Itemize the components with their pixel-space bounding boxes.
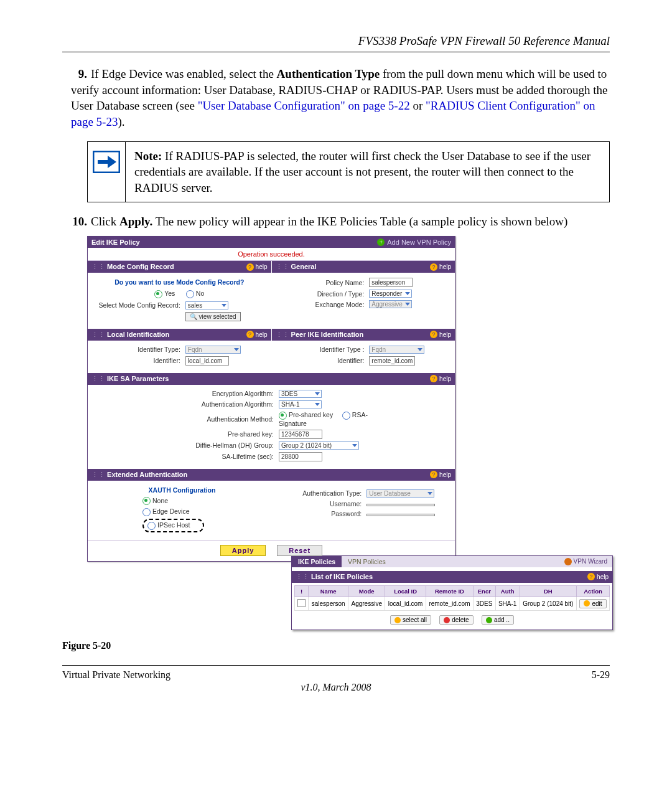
row-checkbox[interactable] xyxy=(297,599,306,607)
step-10-number: 10. xyxy=(71,214,87,230)
policy-name-label: Policy Name: xyxy=(277,276,367,288)
peer-id-type-label: Identifier Type : xyxy=(277,344,367,355)
link-user-db[interactable]: "User Database Configuration" on page 5-… xyxy=(198,99,410,112)
sa-lifetime-input[interactable]: 28800 xyxy=(279,452,322,461)
cell-mode: Aggressive xyxy=(348,597,385,610)
auth-type-select: User Database xyxy=(366,489,434,498)
local-id-header: ⋮⋮ Local Identification ?help xyxy=(88,329,271,341)
peer-identifier-input[interactable]: remote_id.com xyxy=(369,356,415,366)
col-auth: Auth xyxy=(495,585,520,597)
step-9-bold: Authentication Type xyxy=(277,67,380,80)
policy-name-input[interactable]: salesperson xyxy=(369,278,413,287)
col-local-id: Local ID xyxy=(385,585,426,597)
help-link[interactable]: ?help xyxy=(430,471,451,478)
note-label: Note: xyxy=(134,149,162,163)
col-encr: Encr xyxy=(474,585,496,597)
router-edit-ike-panel: Edit IKE Policy +Add New VPN Policy Oper… xyxy=(87,236,455,562)
local-identifier-label: Identifier: xyxy=(93,355,183,367)
add-new-vpn-link[interactable]: +Add New VPN Policy xyxy=(377,238,451,246)
peer-id-header: ⋮⋮ Peer IKE Identification ?help xyxy=(272,329,455,341)
radio-no[interactable]: No xyxy=(186,290,204,297)
add-button[interactable]: add .. xyxy=(482,615,514,625)
cell-remote: remote_id.com xyxy=(426,597,473,610)
reset-button[interactable]: Reset xyxy=(277,545,322,556)
header-rule xyxy=(62,52,610,52)
list-of-policies-header: ⋮⋮ List of IKE Policies ?help xyxy=(292,571,612,583)
select-mode-config-label: Select Mode Config Record: xyxy=(93,300,183,311)
policy-tabs: IKE Policies VPN Policies VPN Wizard xyxy=(292,556,612,567)
peer-identifier-label: Identifier: xyxy=(277,355,367,367)
exchange-mode-select: Aggressive xyxy=(369,300,412,308)
apply-button[interactable]: Apply xyxy=(220,545,266,556)
tab-vpn-policies[interactable]: VPN Policies xyxy=(342,556,392,567)
dh-select[interactable]: Group 2 (1024 bit) xyxy=(279,441,359,450)
footer-rule xyxy=(62,665,610,666)
cell-local: local_id.com xyxy=(385,597,426,610)
footer-page: 5-29 xyxy=(592,669,610,681)
col-dh: DH xyxy=(520,585,576,597)
local-identifier-input[interactable]: local_id.com xyxy=(185,356,229,366)
step-9: 9.If Edge Device was enabled, select the… xyxy=(71,66,610,130)
edit-button[interactable]: edit xyxy=(579,599,606,608)
auth-type-label: Authentication Type: xyxy=(271,488,364,499)
ike-policies-panel: IKE Policies VPN Policies VPN Wizard ⋮⋮ … xyxy=(291,555,613,630)
psk-input[interactable]: 12345678 xyxy=(279,430,322,439)
dashed-callout: IPSec Host xyxy=(142,519,204,532)
ike-sa-header: ⋮⋮ IKE SA Parameters ?help xyxy=(88,373,455,385)
radio-yes[interactable]: Yes xyxy=(154,290,175,297)
step-10-text-c: The new policy will appear in the IKE Po… xyxy=(152,215,567,228)
col-name: Name xyxy=(309,585,348,597)
mode-config-select[interactable]: sales xyxy=(185,301,228,309)
step-10: 10.Click Apply. The new policy will appe… xyxy=(71,214,610,230)
manual-header: FVS338 ProSafe VPN Firewall 50 Reference… xyxy=(62,34,610,48)
cell-name: salesperson xyxy=(309,597,348,610)
radio-none[interactable]: None xyxy=(142,497,168,504)
help-link[interactable]: ?help xyxy=(246,331,268,338)
step-9-text-a: If Edge Device was enabled, select the xyxy=(91,67,277,80)
cell-encr: 3DES xyxy=(474,597,496,610)
footer-version: v1.0, March 2008 xyxy=(62,682,610,693)
help-link[interactable]: ?help xyxy=(430,375,451,382)
direction-label: Direction / Type: xyxy=(277,288,367,299)
radio-ipsec[interactable]: IPSec Host xyxy=(147,521,190,529)
col-remote-id: Remote ID xyxy=(426,585,473,597)
auth-method-label: Authentication Method: xyxy=(146,410,276,428)
note-text: Note: If RADIUS-PAP is selected, the rou… xyxy=(125,142,609,202)
psk-label: Pre-shared key: xyxy=(146,428,276,440)
cell-auth: SHA-1 xyxy=(495,597,520,610)
col-checkbox: ! xyxy=(295,585,309,597)
auth-algo-label: Authentication Algorithm: xyxy=(146,399,276,410)
col-mode: Mode xyxy=(348,585,385,597)
help-link[interactable]: ?help xyxy=(587,573,609,580)
encryption-select[interactable]: 3DES xyxy=(279,390,322,398)
mode-config-header: ⋮⋮ Mode Config Record ?help xyxy=(88,261,271,273)
peer-id-type-select: Fqdn xyxy=(369,346,424,354)
local-id-type-label: Identifier Type: xyxy=(93,344,183,355)
exchange-mode-label: Exchange Mode: xyxy=(277,299,367,309)
mode-config-question: Do you want to use Mode Config Record? xyxy=(93,276,266,288)
radio-edge[interactable]: Edge Device xyxy=(142,507,190,515)
help-link[interactable]: ?help xyxy=(430,331,451,338)
select-all-button[interactable]: select all xyxy=(390,615,431,625)
general-header: ⋮⋮ General ?help xyxy=(272,261,455,273)
operation-succeeded-msg: Operation succeeded. xyxy=(88,248,455,260)
delete-button[interactable]: delete xyxy=(439,615,473,625)
table-row: salesperson Aggressive local_id.com remo… xyxy=(295,597,610,610)
step-10-text-a: Click xyxy=(91,215,119,228)
vpn-wizard-link[interactable]: VPN Wizard xyxy=(559,557,612,567)
tab-ike-policies[interactable]: IKE Policies xyxy=(292,556,342,567)
radio-psk[interactable]: Pre-shared key xyxy=(279,411,333,418)
view-selected-button[interactable]: 🔍 view selected xyxy=(185,312,241,321)
help-link[interactable]: ?help xyxy=(430,263,451,271)
help-link[interactable]: ?help xyxy=(246,263,268,271)
password-input xyxy=(366,514,435,516)
auth-algo-select[interactable]: SHA-1 xyxy=(279,400,322,408)
cell-dh: Group 2 (1024 bit) xyxy=(520,597,576,610)
local-id-type-select: Fqdn xyxy=(185,346,241,354)
direction-select[interactable]: Responder xyxy=(369,290,412,298)
password-label: Password: xyxy=(271,509,364,519)
note-body: If RADIUS-PAP is selected, the router wi… xyxy=(134,149,590,194)
footer-chapter: Virtual Private Networking xyxy=(62,669,170,681)
figure-caption: Figure 5-20 xyxy=(62,640,610,651)
step-9-number: 9. xyxy=(71,66,87,82)
